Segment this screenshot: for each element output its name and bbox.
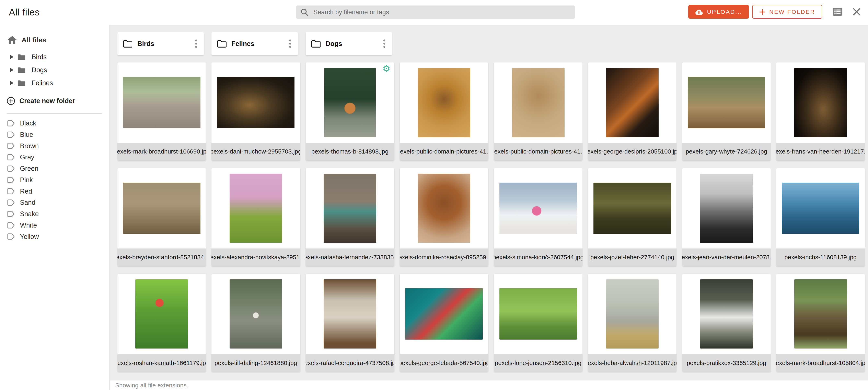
file-card[interactable]: ⚙ pexels-thomas-b-814898.jpg <box>306 62 394 160</box>
tag-icon <box>7 233 15 240</box>
image-thumbnail <box>782 183 859 234</box>
sidebar-folder-item[interactable]: Birds <box>0 51 109 63</box>
file-card[interactable]: pexels-lone-jensen-2156310.jpg <box>494 274 583 372</box>
tag-icon <box>7 199 15 206</box>
sidebar-tag-item[interactable]: Red <box>0 186 109 197</box>
folder-icon <box>17 54 25 60</box>
folder-card[interactable]: Dogs <box>306 32 392 55</box>
file-card[interactable]: pexels-rafael-cerqueira-4737508.jpg <box>306 274 394 372</box>
file-card[interactable]: pexels-george-lebada-567540.jpg <box>400 274 488 372</box>
sidebar-tag-item[interactable]: Brown <box>0 140 109 152</box>
sidebar-tag-item[interactable]: Yellow <box>0 231 109 242</box>
thumbnail-wrapper <box>117 274 206 354</box>
page-title: All files <box>9 7 40 18</box>
sidebar-folder-item[interactable]: Dogs <box>0 63 109 76</box>
file-name: pexels-alexandra-novitskaya-2951... <box>212 249 300 266</box>
image-thumbnail <box>229 280 282 349</box>
file-card[interactable]: pexels-mark-broadhurst-106690.jpg <box>117 62 206 160</box>
folder-card[interactable]: Birds <box>117 32 204 55</box>
sidebar-tag-label: Green <box>20 165 38 172</box>
folder-card-name: Dogs <box>326 40 377 47</box>
image-thumbnail <box>794 68 847 137</box>
folder-tree: Birds Dogs <box>0 51 109 90</box>
thumbnail-wrapper <box>682 62 771 142</box>
image-thumbnail <box>593 183 671 234</box>
kebab-menu-icon[interactable] <box>194 38 198 49</box>
chevron-right-icon[interactable] <box>10 80 13 86</box>
sidebar-tag-label: Sand <box>20 199 35 206</box>
close-icon[interactable] <box>853 8 861 15</box>
thumbnail-wrapper <box>776 62 865 142</box>
sidebar-tag-item[interactable]: Pink <box>0 174 109 186</box>
sidebar-tag-item[interactable]: Blue <box>0 129 109 140</box>
file-card[interactable]: pexels-mark-broadhurst-105804.jpg <box>776 274 865 372</box>
file-card[interactable]: pexels-george-desipris-2055100.jpg <box>588 62 677 160</box>
file-card[interactable]: pexels-inchs-11608139.jpg <box>776 168 865 266</box>
tag-icon <box>7 222 15 229</box>
chevron-right-icon[interactable] <box>10 67 13 72</box>
file-grid: pexels-mark-broadhurst-106690.jpg pexels… <box>117 62 865 372</box>
search-box <box>296 5 575 19</box>
file-card[interactable]: pexels-frans-van-heerden-191217... <box>776 62 865 160</box>
sidebar-tag-item[interactable]: Snake <box>0 208 109 220</box>
chevron-right-icon[interactable] <box>10 55 13 59</box>
file-card[interactable]: pexels-alexandra-novitskaya-2951... <box>212 168 300 266</box>
sidebar-tag-item[interactable]: Green <box>0 163 109 174</box>
gear-icon: ⚙ <box>382 64 390 73</box>
tag-icon <box>7 210 15 217</box>
file-card[interactable]: pexels-till-daling-12461880.jpg <box>212 274 300 372</box>
file-card[interactable]: pexels-simona-kidrič-2607544.jpg <box>494 168 583 266</box>
upload-button[interactable]: UPLOAD... <box>688 5 749 19</box>
sidebar-folder-item[interactable]: Felines <box>0 76 109 90</box>
sidebar-tag-item[interactable]: Gray <box>0 152 109 163</box>
file-card[interactable]: pexels-heba-alwahsh-12011987.jpg <box>588 274 677 372</box>
file-card[interactable]: pexels-public-domain-pictures-41... <box>494 62 583 160</box>
file-card[interactable]: pexels-jean-van-der-meulen-2078... <box>682 168 771 266</box>
image-thumbnail <box>135 280 188 349</box>
file-card[interactable]: pexels-roshan-kamath-1661179.jpg <box>117 274 206 372</box>
file-name: pexels-public-domain-pictures-41... <box>494 143 583 160</box>
file-card[interactable]: pexels-dominika-roseclay-895259.... <box>400 168 488 266</box>
file-manager-window: All files UPLOAD... NEW FOLDER <box>0 0 868 390</box>
thumbnail-wrapper <box>494 62 583 142</box>
image-thumbnail <box>606 68 658 137</box>
sidebar-tag-label: Yellow <box>20 233 39 240</box>
file-card[interactable]: pexels-jozef-fehér-2774140.jpg <box>588 168 677 266</box>
image-thumbnail <box>123 183 200 234</box>
kebab-menu-icon[interactable] <box>382 38 386 49</box>
new-folder-button[interactable]: NEW FOLDER <box>752 5 822 19</box>
create-new-folder-button[interactable]: Create new folder <box>7 97 109 105</box>
file-card[interactable]: pexels-public-domain-pictures-41... <box>400 62 488 160</box>
file-name: pexels-public-domain-pictures-41... <box>400 143 488 160</box>
header-bar: All files UPLOAD... NEW FOLDER <box>0 0 868 25</box>
image-thumbnail <box>123 77 200 128</box>
folder-outline-icon <box>217 40 226 47</box>
file-name: pexels-gary-whyte-724626.jpg <box>682 143 771 160</box>
list-view-icon[interactable] <box>833 8 842 16</box>
search-input[interactable] <box>312 8 570 16</box>
file-card[interactable]: pexels-gary-whyte-724626.jpg <box>682 62 771 160</box>
sidebar-item-all-files[interactable]: All files <box>8 36 109 44</box>
thumbnail-wrapper <box>588 168 677 248</box>
kebab-menu-icon[interactable] <box>288 38 292 49</box>
thumbnail-wrapper <box>117 62 206 142</box>
file-card[interactable]: pexels-dani-muchow-2955703.jpg <box>212 62 300 160</box>
file-card[interactable]: pexels-brayden-stanford-8521834.... <box>117 168 206 266</box>
image-thumbnail <box>418 68 470 137</box>
sidebar-tag-item[interactable]: Black <box>0 118 109 129</box>
sidebar: All files Birds <box>0 25 110 390</box>
sidebar-tag-item[interactable]: White <box>0 220 109 231</box>
thumbnail-wrapper <box>682 274 771 354</box>
file-card[interactable]: pexels-natasha-fernandez-733835... <box>306 168 394 266</box>
thumbnail-wrapper <box>776 168 865 248</box>
sidebar-tag-item[interactable]: Sand <box>0 197 109 208</box>
tag-icon <box>7 188 15 195</box>
folder-card[interactable]: Felines <box>212 32 298 55</box>
status-text: Showing all file extensions. <box>115 382 188 389</box>
new-folder-button-label: NEW FOLDER <box>769 8 815 15</box>
file-name: pexels-inchs-11608139.jpg <box>776 249 865 266</box>
file-name: pexels-jean-van-der-meulen-2078... <box>682 249 771 266</box>
file-card[interactable]: pexels-pratikxox-3365129.jpg <box>682 274 771 372</box>
sidebar-folder-label: Birds <box>32 53 46 61</box>
image-thumbnail <box>499 183 577 234</box>
